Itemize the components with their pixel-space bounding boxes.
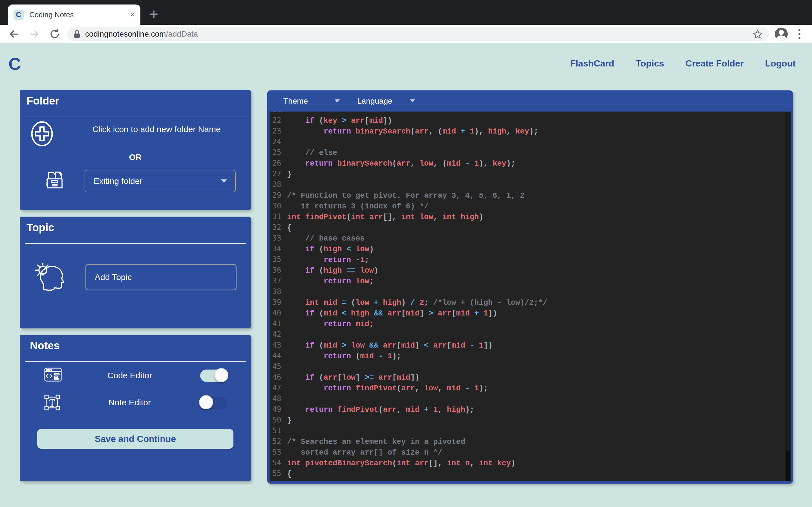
code-line: 25 // else [272, 147, 791, 158]
code-line: 53 sorted array arr[] of size n */ [272, 447, 791, 457]
nav-create-folder[interactable]: Create Folder [686, 58, 744, 69]
code-lines: 2122 if (key > arr[mid])23 return binary… [269, 112, 791, 479]
page: C FlashCard Topics Create Folder Logout … [0, 44, 812, 507]
divider [25, 361, 246, 362]
code-line: 34 if (high < low) [272, 243, 791, 254]
code-line: 54int pivotedBinarySearch(int arr[], int… [272, 457, 791, 468]
lock-icon [73, 30, 81, 39]
url-domain: codingnotesonline.com [85, 30, 166, 38]
code-line: 47 return findPivot(arr, low, mid - 1); [272, 383, 791, 393]
notes-panel: Notes Code Editor [20, 335, 251, 482]
existing-folder-icon [44, 169, 65, 190]
editor-topbar: Theme Language [267, 91, 793, 112]
tab-title: Coding Notes [29, 10, 130, 19]
toggle-knob [199, 395, 213, 409]
code-editor-label: Code Editor [87, 371, 172, 380]
code-line: 32{ [272, 222, 791, 233]
code-line: 46 if (arr[low] >= arr[mid]) [272, 372, 791, 383]
code-editor-toggle[interactable] [200, 370, 227, 382]
browser-toolbar: codingnotesonline.com/addData [0, 25, 812, 43]
code-editor-row: Code Editor [20, 367, 251, 385]
language-dropdown[interactable]: Language [357, 97, 415, 106]
code-line: 35 return -1; [272, 254, 791, 265]
code-line: 44 return (mid - 1); [272, 350, 791, 361]
note-editor-toggle[interactable] [200, 397, 227, 409]
screen: C Coding Notes × + codingnotesonline.com… [0, 0, 812, 507]
code-line: 27} [272, 168, 791, 179]
folder-panel: Folder Click icon to add new folder Name… [20, 90, 251, 210]
or-label: OR [20, 152, 251, 162]
code-editor-icon [44, 367, 62, 382]
scrollbar-thumb[interactable] [786, 450, 790, 482]
code-line: 21 [272, 112, 791, 115]
code-line: 55{ [272, 468, 791, 479]
code-area[interactable]: 2122 if (key > arr[mid])23 return binary… [269, 112, 791, 482]
favicon: C [13, 10, 24, 20]
note-editor-icon [44, 394, 60, 411]
divider [25, 243, 246, 244]
browser-menu-icon[interactable] [798, 27, 801, 41]
add-topic-input[interactable] [86, 264, 237, 290]
code-line: 39 int mid = (low + high) / 2; /*low + (… [272, 297, 791, 307]
theme-dropdown[interactable]: Theme [283, 97, 340, 106]
divider [25, 117, 246, 117]
code-line: 51 [272, 425, 791, 436]
url-path: /addData [166, 30, 198, 38]
chevron-down-icon [410, 100, 415, 103]
code-line: 26 return binarySearch(arr, low, (mid - … [272, 158, 791, 168]
add-folder-icon[interactable] [29, 119, 56, 149]
save-and-continue-button[interactable]: Save and Continue [37, 429, 234, 449]
back-icon[interactable] [8, 28, 20, 40]
notes-panel-title: Notes [30, 340, 60, 352]
bookmark-star-icon[interactable] [752, 29, 763, 40]
browser-tab[interactable]: C Coding Notes × [8, 4, 140, 25]
code-line: 38 [272, 286, 791, 297]
code-line: 37 return low; [272, 276, 791, 286]
code-line: 40 if (mid < high && arr[mid] > arr[mid … [272, 307, 791, 318]
note-editor-row: Note Editor [20, 394, 251, 412]
code-line: 24 [272, 136, 791, 147]
code-line: 48 [272, 393, 791, 404]
language-dropdown-label: Language [357, 97, 393, 106]
code-line: 50} [272, 414, 791, 425]
code-line: 28 [272, 179, 791, 190]
nav-flashcard[interactable]: FlashCard [570, 58, 614, 69]
reload-icon[interactable] [49, 28, 61, 40]
browser-tab-strip: C Coding Notes × + [0, 0, 812, 25]
tab-close-icon[interactable]: × [130, 10, 135, 19]
code-line: 30 it returns 3 (index of 6) */ [272, 201, 791, 211]
chevron-down-icon [221, 179, 227, 183]
toggle-knob [214, 368, 229, 382]
code-line: 41 return mid; [272, 318, 791, 329]
new-tab-icon[interactable]: + [146, 6, 162, 22]
code-line: 33 // base cases [272, 233, 791, 243]
nav-topics[interactable]: Topics [636, 58, 664, 69]
code-editor-panel: Theme Language 2122 if (key > arr[mid])2… [267, 91, 793, 484]
editor-scrollbar[interactable] [785, 112, 791, 482]
code-line: 43 if (mid > low && arr[mid] < arr[mid -… [272, 340, 791, 350]
code-line: 22 if (key > arr[mid]) [272, 115, 791, 126]
code-line: 45 [272, 361, 791, 372]
code-line: 31int findPivot(int arr[], int low, int … [272, 211, 791, 222]
add-folder-hint: Click icon to add new folder Name [76, 124, 237, 135]
code-line: 23 return binarySearch(arr, (mid + 1), h… [272, 126, 791, 136]
profile-avatar-icon[interactable] [775, 27, 788, 41]
existing-folder-value: Exiting folder [94, 176, 142, 186]
forward-icon[interactable] [28, 28, 41, 40]
site-logo[interactable]: C [8, 54, 21, 74]
code-line: 49 return findPivot(arr, mid + 1, high); [272, 404, 791, 414]
url-bar[interactable]: codingnotesonline.com/addData [67, 27, 769, 41]
theme-dropdown-label: Theme [283, 97, 308, 106]
topic-panel: Topic [20, 217, 251, 328]
code-line: 42 [272, 329, 791, 340]
folder-panel-title: Folder [27, 95, 59, 107]
idea-head-icon [32, 261, 66, 292]
code-line: 29/* Function to get pivot. For array 3,… [272, 190, 791, 201]
code-line: 36 if (high == low) [272, 265, 791, 276]
code-line: 52/* Searches an element key in a pivote… [272, 436, 791, 447]
top-navigation: FlashCard Topics Create Folder Logout [570, 58, 796, 69]
url-text: codingnotesonline.com/addData [85, 30, 752, 39]
topic-panel-title: Topic [27, 222, 54, 234]
nav-logout[interactable]: Logout [765, 58, 796, 69]
existing-folder-select[interactable]: Exiting folder [85, 170, 236, 192]
